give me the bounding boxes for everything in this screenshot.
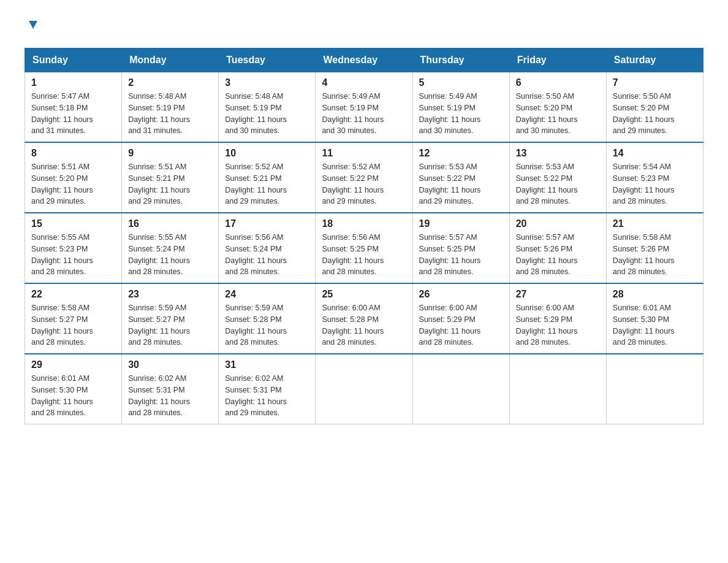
day-info: Sunrise: 5:47 AM Sunset: 5:18 PM Dayligh… <box>31 91 115 137</box>
day-number: 4 <box>322 77 406 88</box>
day-info: Sunrise: 5:53 AM Sunset: 5:22 PM Dayligh… <box>516 161 600 207</box>
day-info: Sunrise: 5:48 AM Sunset: 5:19 PM Dayligh… <box>225 91 309 137</box>
calendar-cell: 26 Sunrise: 6:00 AM Sunset: 5:29 PM Dayl… <box>412 283 509 354</box>
day-info: Sunrise: 5:50 AM Sunset: 5:20 PM Dayligh… <box>516 91 600 137</box>
calendar-cell: 9 Sunrise: 5:51 AM Sunset: 5:21 PM Dayli… <box>122 142 219 213</box>
day-info: Sunrise: 5:58 AM Sunset: 5:26 PM Dayligh… <box>613 232 697 278</box>
column-header-monday: Monday <box>122 48 219 72</box>
calendar-cell <box>509 354 606 424</box>
day-number: 13 <box>516 148 600 159</box>
day-number: 22 <box>31 289 115 300</box>
logo <box>25 18 40 36</box>
day-number: 6 <box>516 77 600 88</box>
calendar-cell: 15 Sunrise: 5:55 AM Sunset: 5:23 PM Dayl… <box>25 213 122 283</box>
day-number: 3 <box>225 77 309 88</box>
calendar-cell: 28 Sunrise: 6:01 AM Sunset: 5:30 PM Dayl… <box>606 283 703 354</box>
day-number: 14 <box>613 148 697 159</box>
day-info: Sunrise: 5:57 AM Sunset: 5:26 PM Dayligh… <box>516 232 600 278</box>
day-number: 27 <box>516 289 600 300</box>
calendar-cell: 6 Sunrise: 5:50 AM Sunset: 5:20 PM Dayli… <box>509 72 606 143</box>
calendar-cell: 25 Sunrise: 6:00 AM Sunset: 5:28 PM Dayl… <box>316 283 412 354</box>
day-info: Sunrise: 5:52 AM Sunset: 5:21 PM Dayligh… <box>225 161 309 207</box>
calendar-cell: 24 Sunrise: 5:59 AM Sunset: 5:28 PM Dayl… <box>219 283 316 354</box>
calendar-cell: 5 Sunrise: 5:49 AM Sunset: 5:19 PM Dayli… <box>412 72 509 143</box>
day-info: Sunrise: 5:51 AM Sunset: 5:21 PM Dayligh… <box>128 161 212 207</box>
calendar-cell: 3 Sunrise: 5:48 AM Sunset: 5:19 PM Dayli… <box>219 72 316 143</box>
calendar-cell: 1 Sunrise: 5:47 AM Sunset: 5:18 PM Dayli… <box>25 72 122 143</box>
day-number: 20 <box>516 218 600 229</box>
column-header-saturday: Saturday <box>606 48 703 72</box>
calendar-cell <box>316 354 412 424</box>
column-header-wednesday: Wednesday <box>316 48 412 72</box>
day-number: 29 <box>31 359 115 370</box>
day-info: Sunrise: 5:54 AM Sunset: 5:23 PM Dayligh… <box>613 161 697 207</box>
day-info: Sunrise: 6:01 AM Sunset: 5:30 PM Dayligh… <box>613 302 697 348</box>
day-number: 26 <box>419 289 503 300</box>
day-info: Sunrise: 5:51 AM Sunset: 5:20 PM Dayligh… <box>31 161 115 207</box>
calendar-cell: 8 Sunrise: 5:51 AM Sunset: 5:20 PM Dayli… <box>25 142 122 213</box>
calendar-cell: 17 Sunrise: 5:56 AM Sunset: 5:24 PM Dayl… <box>219 213 316 283</box>
day-number: 21 <box>613 218 697 229</box>
calendar-header-row: SundayMondayTuesdayWednesdayThursdayFrid… <box>25 48 703 72</box>
day-info: Sunrise: 5:56 AM Sunset: 5:24 PM Dayligh… <box>225 232 309 278</box>
day-number: 31 <box>225 359 309 370</box>
calendar-cell: 19 Sunrise: 5:57 AM Sunset: 5:25 PM Dayl… <box>412 213 509 283</box>
day-number: 10 <box>225 148 309 159</box>
calendar-cell: 29 Sunrise: 6:01 AM Sunset: 5:30 PM Dayl… <box>25 354 122 424</box>
day-info: Sunrise: 6:00 AM Sunset: 5:29 PM Dayligh… <box>516 302 600 348</box>
calendar-cell <box>412 354 509 424</box>
day-number: 30 <box>128 359 212 370</box>
day-number: 18 <box>322 218 406 229</box>
day-number: 2 <box>128 77 212 88</box>
day-info: Sunrise: 5:55 AM Sunset: 5:23 PM Dayligh… <box>31 232 115 278</box>
day-info: Sunrise: 5:55 AM Sunset: 5:24 PM Dayligh… <box>128 232 212 278</box>
calendar-cell: 31 Sunrise: 6:02 AM Sunset: 5:31 PM Dayl… <box>219 354 316 424</box>
calendar-cell: 12 Sunrise: 5:53 AM Sunset: 5:22 PM Dayl… <box>412 142 509 213</box>
calendar-cell: 21 Sunrise: 5:58 AM Sunset: 5:26 PM Dayl… <box>606 213 703 283</box>
day-number: 15 <box>31 218 115 229</box>
day-number: 12 <box>419 148 503 159</box>
calendar-week-row: 22 Sunrise: 5:58 AM Sunset: 5:27 PM Dayl… <box>25 283 703 354</box>
page-header <box>25 18 703 36</box>
day-info: Sunrise: 6:02 AM Sunset: 5:31 PM Dayligh… <box>128 373 212 419</box>
calendar-cell: 18 Sunrise: 5:56 AM Sunset: 5:25 PM Dayl… <box>316 213 412 283</box>
day-info: Sunrise: 5:52 AM Sunset: 5:22 PM Dayligh… <box>322 161 406 207</box>
day-number: 24 <box>225 289 309 300</box>
day-info: Sunrise: 5:50 AM Sunset: 5:20 PM Dayligh… <box>613 91 697 137</box>
calendar-cell: 27 Sunrise: 6:00 AM Sunset: 5:29 PM Dayl… <box>509 283 606 354</box>
calendar-cell: 30 Sunrise: 6:02 AM Sunset: 5:31 PM Dayl… <box>122 354 219 424</box>
day-number: 19 <box>419 218 503 229</box>
day-number: 5 <box>419 77 503 88</box>
day-info: Sunrise: 5:57 AM Sunset: 5:25 PM Dayligh… <box>419 232 503 278</box>
calendar-cell: 11 Sunrise: 5:52 AM Sunset: 5:22 PM Dayl… <box>316 142 412 213</box>
day-info: Sunrise: 5:58 AM Sunset: 5:27 PM Dayligh… <box>31 302 115 348</box>
day-info: Sunrise: 5:59 AM Sunset: 5:28 PM Dayligh… <box>225 302 309 348</box>
day-info: Sunrise: 6:01 AM Sunset: 5:30 PM Dayligh… <box>31 373 115 419</box>
calendar-cell: 4 Sunrise: 5:49 AM Sunset: 5:19 PM Dayli… <box>316 72 412 143</box>
day-number: 8 <box>31 148 115 159</box>
calendar-cell: 23 Sunrise: 5:59 AM Sunset: 5:27 PM Dayl… <box>122 283 219 354</box>
day-number: 25 <box>322 289 406 300</box>
calendar-week-row: 1 Sunrise: 5:47 AM Sunset: 5:18 PM Dayli… <box>25 72 703 143</box>
day-number: 9 <box>128 148 212 159</box>
calendar-week-row: 15 Sunrise: 5:55 AM Sunset: 5:23 PM Dayl… <box>25 213 703 283</box>
calendar-week-row: 8 Sunrise: 5:51 AM Sunset: 5:20 PM Dayli… <box>25 142 703 213</box>
column-header-friday: Friday <box>509 48 606 72</box>
column-header-tuesday: Tuesday <box>219 48 316 72</box>
logo-arrow-icon <box>26 18 40 34</box>
day-info: Sunrise: 5:59 AM Sunset: 5:27 PM Dayligh… <box>128 302 212 348</box>
day-info: Sunrise: 6:02 AM Sunset: 5:31 PM Dayligh… <box>225 373 309 419</box>
calendar-cell: 16 Sunrise: 5:55 AM Sunset: 5:24 PM Dayl… <box>122 213 219 283</box>
calendar-cell: 7 Sunrise: 5:50 AM Sunset: 5:20 PM Dayli… <box>606 72 703 143</box>
calendar-cell: 14 Sunrise: 5:54 AM Sunset: 5:23 PM Dayl… <box>606 142 703 213</box>
svg-marker-0 <box>29 21 37 29</box>
day-number: 28 <box>613 289 697 300</box>
day-number: 7 <box>613 77 697 88</box>
day-number: 16 <box>128 218 212 229</box>
day-number: 17 <box>225 218 309 229</box>
calendar-cell: 13 Sunrise: 5:53 AM Sunset: 5:22 PM Dayl… <box>509 142 606 213</box>
day-info: Sunrise: 5:49 AM Sunset: 5:19 PM Dayligh… <box>419 91 503 137</box>
calendar-table: SundayMondayTuesdayWednesdayThursdayFrid… <box>25 48 703 424</box>
day-number: 1 <box>31 77 115 88</box>
calendar-cell: 20 Sunrise: 5:57 AM Sunset: 5:26 PM Dayl… <box>509 213 606 283</box>
